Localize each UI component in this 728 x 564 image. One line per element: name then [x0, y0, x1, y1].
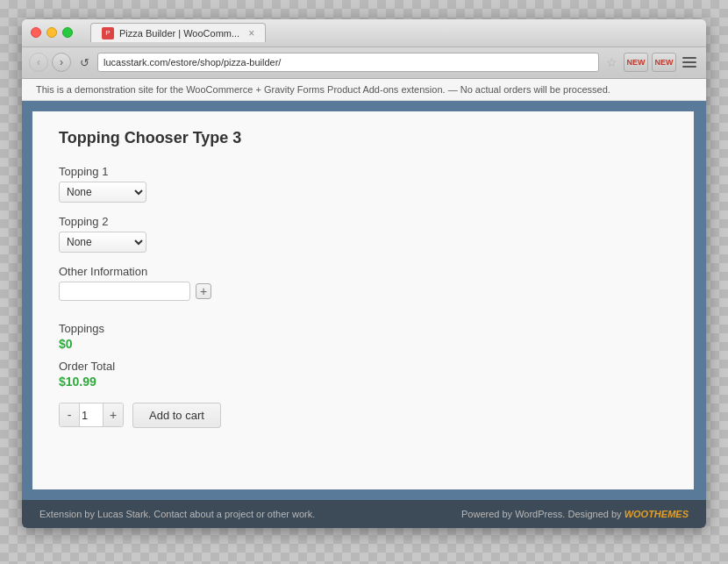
forward-icon: › — [60, 56, 63, 68]
footer-right-text: Powered by WordPress. Designed by — [461, 509, 625, 519]
new-window-button[interactable]: NEW — [652, 53, 676, 72]
tab-close-icon[interactable]: × — [248, 27, 254, 39]
footer-left-text: Extension by Lucas Stark. Contact about … — [39, 509, 315, 519]
minus-icon: - — [68, 408, 72, 422]
topping1-label: Topping 1 — [59, 165, 667, 178]
qty-minus-button[interactable]: - — [60, 403, 79, 426]
new-tab-label: NEW — [627, 58, 646, 67]
url-text: lucasstark.com/estore/shop/pizza-builder… — [103, 57, 281, 68]
topping1-select[interactable]: None — [59, 182, 146, 203]
qty-input[interactable] — [79, 403, 103, 426]
toppings-value: $0 — [59, 337, 667, 351]
menu-line-3 — [682, 66, 696, 68]
side-panel — [694, 101, 706, 500]
cart-row: - + Add to cart — [59, 403, 667, 428]
site-footer: Extension by Lucas Stark. Contact about … — [22, 500, 706, 528]
maximize-button[interactable] — [62, 27, 73, 38]
page-content: Topping Chooser Type 3 Topping 1 None To… — [32, 111, 694, 489]
topping2-section: Topping 2 None — [59, 215, 667, 253]
other-info-row: + — [59, 282, 667, 301]
bookmark-icon[interactable]: ☆ — [603, 54, 620, 71]
summary-section: Toppings $0 Order Total $10.99 — [59, 322, 667, 389]
product-title: Topping Chooser Type 3 — [59, 129, 667, 147]
toolbar-icons: NEW NEW — [624, 53, 699, 72]
tab-bar: P Pizza Builder | WooComm... × — [90, 23, 266, 42]
traffic-lights — [31, 27, 73, 38]
reload-icon: ↺ — [80, 56, 89, 69]
address-bar: ‹ › ↺ lucasstark.com/estore/shop/pizza-b… — [22, 47, 706, 79]
qty-plus-button[interactable]: + — [103, 403, 123, 426]
site-banner: This is a demonstration site for the Woo… — [22, 79, 706, 101]
menu-line-2 — [682, 61, 696, 63]
forward-button[interactable]: › — [52, 53, 71, 72]
add-to-cart-button[interactable]: Add to cart — [132, 403, 221, 428]
other-info-label: Other Information — [59, 265, 667, 278]
order-total-label: Order Total — [59, 360, 667, 373]
menu-line-1 — [682, 57, 696, 59]
menu-button[interactable] — [680, 53, 699, 72]
topping2-select-wrapper: None — [59, 232, 146, 253]
order-total-value: $10.99 — [59, 375, 667, 389]
topping1-select-wrapper: None — [59, 182, 146, 203]
reload-button[interactable]: ↺ — [75, 53, 94, 72]
banner-text: This is a demonstration site for the Woo… — [36, 84, 610, 95]
topping2-label: Topping 2 — [59, 215, 667, 228]
add-to-cart-label: Add to cart — [149, 409, 204, 422]
plus-icon: + — [110, 408, 117, 422]
other-info-section: Other Information + — [59, 265, 667, 301]
add-info-icon[interactable]: + — [196, 283, 211, 299]
title-bar: P Pizza Builder | WooComm... × — [22, 19, 706, 47]
topping1-section: Topping 1 None — [59, 165, 667, 203]
minimize-button[interactable] — [46, 27, 57, 38]
tab-favicon: P — [102, 27, 114, 39]
content-area: Topping Chooser Type 3 Topping 1 None To… — [22, 101, 706, 500]
other-info-input[interactable] — [59, 282, 190, 301]
close-button[interactable] — [31, 27, 41, 38]
toppings-label: Toppings — [59, 322, 667, 335]
browser-tab[interactable]: P Pizza Builder | WooComm... × — [90, 23, 266, 42]
footer-brand: WOOTHEMES — [625, 509, 689, 519]
new-tab-button[interactable]: NEW — [624, 53, 648, 72]
quantity-control: - + — [59, 403, 124, 427]
new-window-label: NEW — [655, 58, 674, 67]
back-icon: ‹ — [37, 56, 40, 68]
footer-right: Powered by WordPress. Designed by WOOTHE… — [461, 509, 689, 519]
browser-window: P Pizza Builder | WooComm... × ‹ › ↺ luc… — [22, 19, 706, 528]
tab-title: Pizza Builder | WooComm... — [119, 28, 239, 39]
back-button[interactable]: ‹ — [29, 53, 48, 72]
topping2-select[interactable]: None — [59, 232, 146, 253]
url-bar[interactable]: lucasstark.com/estore/shop/pizza-builder… — [97, 53, 599, 72]
